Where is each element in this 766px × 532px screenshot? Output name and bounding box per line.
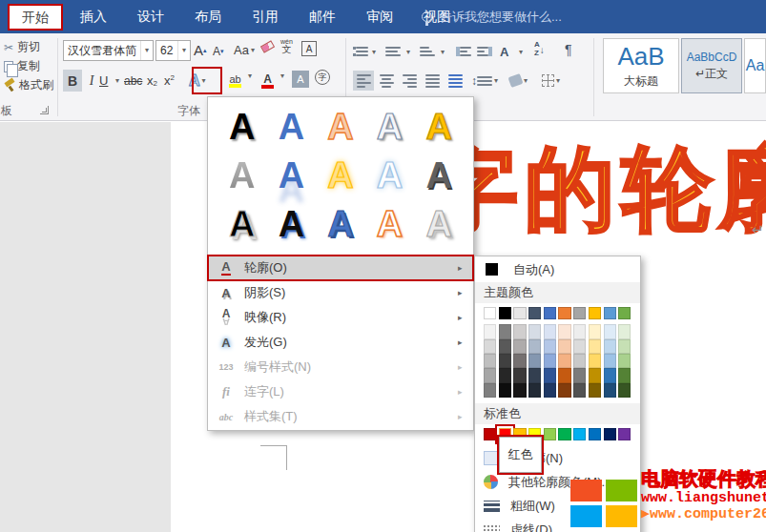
phonetic-guide-button[interactable]: wén文 [280, 38, 293, 54]
theme-shade-swatch[interactable] [528, 368, 541, 382]
theme-shade-swatch[interactable] [589, 368, 601, 382]
theme-shade-swatch[interactable] [558, 324, 570, 338]
theme-shade-swatch[interactable] [573, 368, 586, 382]
theme-shade-swatch[interactable] [604, 339, 616, 354]
theme-shade-swatch[interactable] [573, 339, 586, 354]
cut-button[interactable]: ✂ 剪切 [4, 39, 40, 55]
theme-shade-swatch[interactable] [499, 354, 511, 368]
bullets-dropdown[interactable]: ▾ [370, 41, 376, 62]
effect-gray-gradient[interactable]: A [217, 152, 267, 200]
format-painter-button[interactable]: 格式刷 [4, 77, 53, 93]
theme-shade-swatch[interactable] [558, 368, 570, 382]
clear-formatting-button[interactable] [261, 43, 274, 51]
theme-shade-swatch[interactable] [604, 354, 616, 368]
tab-设计[interactable]: 设计 [122, 0, 179, 33]
theme-shade-swatch[interactable] [544, 324, 556, 338]
bullets-button[interactable] [353, 41, 368, 62]
effect-darkgray-3d[interactable]: A [414, 152, 464, 200]
theme-shade-swatch[interactable] [558, 339, 570, 354]
automatic-color-item[interactable]: 自动(A) [475, 256, 640, 282]
document-art-text[interactable]: 字的轮廓 [427, 130, 766, 252]
asian-layout-button[interactable]: A [500, 41, 508, 62]
theme-color-swatch[interactable] [484, 307, 496, 319]
font-color-dropdown[interactable]: ▾ [279, 72, 284, 80]
theme-shade-swatch[interactable] [618, 339, 631, 354]
theme-shade-swatch[interactable] [484, 383, 496, 398]
superscript-button[interactable]: x2 [164, 70, 175, 92]
effect-black-3d[interactable]: A [217, 200, 267, 249]
theme-shade-swatch[interactable] [484, 354, 496, 368]
theme-color-swatch[interactable] [604, 307, 616, 319]
tab-插入[interactable]: 插入 [65, 0, 122, 33]
theme-color-swatch[interactable] [499, 307, 511, 319]
effect-gold-shadow[interactable]: A [414, 103, 464, 152]
multilevel-dropdown[interactable]: ▾ [439, 41, 445, 62]
theme-shade-swatch[interactable] [544, 354, 556, 368]
tab-引用[interactable]: 引用 [237, 0, 294, 33]
standard-color-swatch[interactable] [618, 428, 631, 440]
font-size-combo[interactable]: 62 ▾ [155, 40, 191, 61]
text-effects-button[interactable]: A▾ [189, 69, 206, 92]
theme-shade-swatch[interactable] [618, 324, 631, 338]
effect-blue-reflection[interactable]: A [267, 152, 317, 200]
theme-color-swatch[interactable] [618, 307, 631, 319]
show-hide-marks-button[interactable]: ¶ [565, 39, 572, 60]
theme-shade-swatch[interactable] [544, 339, 556, 354]
standard-color-swatch[interactable] [558, 428, 570, 440]
theme-shade-swatch[interactable] [499, 324, 511, 338]
theme-shade-swatch[interactable] [528, 383, 541, 398]
style-item-partial[interactable]: Aa [744, 38, 766, 93]
align-left-button[interactable] [353, 71, 374, 91]
style-item-大标题[interactable]: AaB大标题 [603, 38, 679, 93]
theme-shade-swatch[interactable] [513, 368, 526, 382]
menu-item-发光(G)[interactable]: A发光(G)▸ [208, 330, 473, 355]
numbering-dropdown[interactable]: ▾ [404, 41, 410, 62]
standard-color-swatch[interactable] [544, 428, 556, 440]
theme-color-swatch[interactable] [544, 307, 556, 319]
grow-font-button[interactable]: A▴ [194, 40, 207, 60]
standard-color-swatch[interactable] [604, 428, 616, 440]
theme-shade-swatch[interactable] [513, 354, 526, 368]
theme-shade-swatch[interactable] [499, 339, 511, 354]
standard-color-swatch[interactable] [573, 428, 586, 440]
strikethrough-button[interactable]: abc [124, 70, 142, 92]
standard-color-swatch[interactable] [589, 428, 601, 440]
standard-color-swatch[interactable] [484, 428, 496, 440]
change-case-button[interactable]: Aa▾ [234, 40, 255, 60]
justify-button[interactable] [422, 71, 443, 91]
effect-blue-3d[interactable]: A [316, 200, 365, 249]
tab-布局[interactable]: 布局 [179, 0, 237, 33]
theme-shade-swatch[interactable] [604, 383, 616, 398]
increase-indent-button[interactable] [477, 41, 492, 62]
theme-shade-swatch[interactable] [573, 354, 586, 368]
bold-button[interactable]: B [63, 70, 82, 92]
font-name-combo[interactable]: 汉仪雪君体简 ▾ [63, 40, 154, 61]
decrease-indent-button[interactable] [456, 41, 471, 62]
effect-silver-3d[interactable]: A [414, 200, 464, 249]
theme-color-swatch[interactable] [589, 307, 601, 319]
theme-shade-swatch[interactable] [589, 324, 601, 338]
character-shading-button[interactable]: A [292, 71, 309, 88]
theme-shade-swatch[interactable] [589, 354, 601, 368]
shading-button[interactable]: ▾ [509, 71, 528, 91]
style-item-↵正文[interactable]: AaBbCcD↵正文 [681, 38, 742, 93]
menu-item-轮廓(O)[interactable]: A轮廓(O)▸ [208, 256, 473, 280]
theme-shade-swatch[interactable] [558, 354, 570, 368]
enclose-characters-button[interactable]: 字 [315, 70, 330, 85]
theme-shade-swatch[interactable] [513, 324, 526, 338]
italic-button[interactable]: I [84, 70, 99, 92]
effect-white-blue-outline-shadow[interactable]: A [365, 103, 415, 152]
theme-shade-swatch[interactable] [499, 368, 511, 382]
theme-shade-swatch[interactable] [484, 339, 496, 354]
tab-审阅[interactable]: 审阅 [351, 0, 408, 33]
distribute-button[interactable] [445, 71, 466, 91]
align-center-button[interactable] [376, 71, 397, 91]
theme-shade-swatch[interactable] [544, 368, 556, 382]
tell-me-search[interactable]: 告诉我您想要做什么... [422, 0, 562, 33]
line-spacing-button[interactable]: ↕▾ [471, 71, 498, 91]
theme-color-swatch[interactable] [513, 307, 526, 319]
theme-shade-swatch[interactable] [604, 324, 616, 338]
theme-color-swatch[interactable] [573, 307, 586, 319]
menu-item-映像(R)[interactable]: AA映像(R)▸ [208, 305, 473, 330]
clipboard-dialog-launcher[interactable] [40, 106, 49, 114]
